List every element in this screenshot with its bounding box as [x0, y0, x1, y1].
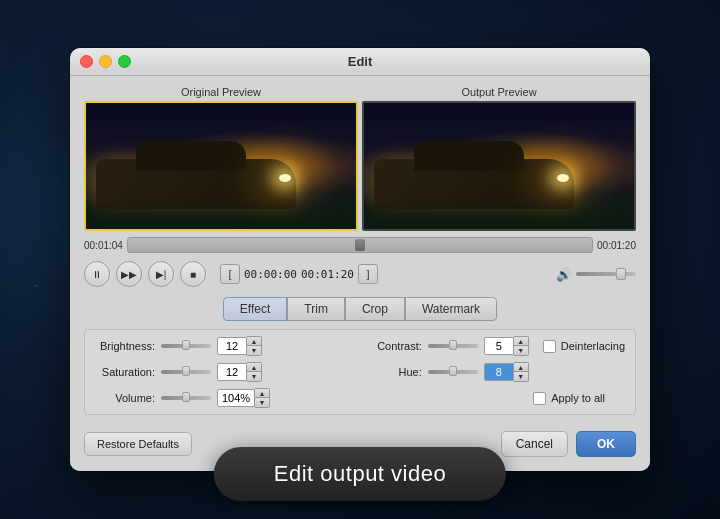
hue-down[interactable]: ▼ [514, 372, 528, 381]
tab-trim[interactable]: Trim [287, 297, 345, 321]
brightness-arrows: ▲ ▼ [247, 336, 262, 356]
pause-button[interactable]: ⏸ [84, 261, 110, 287]
hue-row: Hue: ▲ ▼ [362, 362, 625, 382]
restore-defaults-button[interactable]: Restore Defaults [84, 432, 192, 456]
volume-area: 🔊 [556, 267, 636, 282]
title-bar-buttons [80, 55, 131, 68]
bracket-left-icon: [ [228, 268, 231, 280]
output-preview-panel: Output Preview [362, 86, 636, 231]
maximize-button[interactable] [118, 55, 131, 68]
contrast-spinbox: ▲ ▼ [484, 336, 529, 356]
tab-watermark[interactable]: Watermark [405, 297, 497, 321]
bracket-right-button[interactable]: ] [358, 264, 378, 284]
contrast-arrows: ▲ ▼ [514, 336, 529, 356]
brightness-spinbox: ▲ ▼ [217, 336, 262, 356]
contrast-down[interactable]: ▼ [514, 346, 528, 355]
contrast-input[interactable] [484, 337, 514, 355]
action-buttons: Cancel OK [501, 431, 636, 457]
volume-label: Volume: [95, 392, 155, 404]
hue-slider[interactable] [428, 370, 478, 374]
volume-row: Volume: ▲ ▼ [95, 388, 352, 408]
close-button[interactable] [80, 55, 93, 68]
time-start-field: 00:00:00 [244, 268, 297, 281]
stop-icon: ■ [190, 269, 196, 280]
tab-crop-label: Crop [362, 302, 388, 316]
deinterlacing-checkbox[interactable] [543, 340, 556, 353]
contrast-deinterlacing-row: Contrast: ▲ ▼ Deinterlacing [362, 336, 625, 356]
volume-input[interactable] [217, 389, 255, 407]
edit-window: Edit Original Preview Output Preview [70, 48, 650, 471]
timeline-start: 00:01:04 [84, 240, 123, 251]
output-video [362, 101, 636, 231]
volume-thumb[interactable] [616, 268, 626, 280]
apply-all-row: Apply to all [362, 388, 625, 408]
stop-button[interactable]: ■ [180, 261, 206, 287]
saturation-up[interactable]: ▲ [247, 363, 261, 372]
tabs-row: Effect Trim Crop Watermark [84, 297, 636, 321]
timeline-bar[interactable]: 00:01:04 00:01:20 [84, 237, 636, 253]
volume-down[interactable]: ▼ [255, 398, 269, 407]
saturation-slider[interactable] [161, 370, 211, 374]
volume-arrows: ▲ ▼ [255, 388, 270, 408]
car-silhouette-2 [374, 159, 574, 209]
brightness-up[interactable]: ▲ [247, 337, 261, 346]
hue-input[interactable] [484, 363, 514, 381]
tab-crop[interactable]: Crop [345, 297, 405, 321]
output-video-content [364, 103, 634, 229]
contrast-slider[interactable] [428, 344, 478, 348]
saturation-input[interactable] [217, 363, 247, 381]
volume-up[interactable]: ▲ [255, 389, 269, 398]
brightness-input[interactable] [217, 337, 247, 355]
timeline-end: 00:01:20 [597, 240, 636, 251]
window-title: Edit [348, 54, 373, 69]
preview-area: Original Preview Output Preview [84, 86, 636, 231]
tab-effect-label: Effect [240, 302, 270, 316]
original-preview-panel: Original Preview [84, 86, 358, 231]
brightness-label: Brightness: [95, 340, 155, 352]
bracket-left-button[interactable]: [ [220, 264, 240, 284]
saturation-arrows: ▲ ▼ [247, 362, 262, 382]
tab-effect[interactable]: Effect [223, 297, 287, 321]
title-bar: Edit [70, 48, 650, 76]
time-end-field: 00:01:20 [301, 268, 354, 281]
window-content: Original Preview Output Preview [70, 76, 650, 471]
pill-text: Edit output video [274, 461, 446, 486]
volume-slider[interactable] [576, 272, 636, 276]
apply-all-checkbox-row: Apply to all [533, 392, 605, 405]
timeline-track[interactable] [127, 237, 593, 253]
skip-icon: ▶| [156, 269, 167, 280]
saturation-down[interactable]: ▼ [247, 372, 261, 381]
ok-button[interactable]: OK [576, 431, 636, 457]
volume-effect-thumb [182, 392, 190, 402]
step-forward-icon: ▶▶ [121, 269, 137, 280]
saturation-spinbox: ▲ ▼ [217, 362, 262, 382]
saturation-row: Saturation: ▲ ▼ [95, 362, 352, 382]
step-forward-button[interactable]: ▶▶ [116, 261, 142, 287]
headlight-2 [557, 174, 569, 182]
brightness-down[interactable]: ▼ [247, 346, 261, 355]
deinterlacing-label: Deinterlacing [561, 340, 625, 352]
original-preview-label: Original Preview [84, 86, 358, 98]
contrast-up[interactable]: ▲ [514, 337, 528, 346]
volume-icon: 🔊 [556, 267, 572, 282]
pause-icon: ⏸ [92, 269, 102, 280]
timeline-thumb[interactable] [355, 239, 365, 251]
minimize-button[interactable] [99, 55, 112, 68]
deinterlacing-row: Deinterlacing [543, 340, 625, 353]
apply-all-label: Apply to all [551, 392, 605, 404]
tab-trim-label: Trim [304, 302, 328, 316]
apply-all-checkbox[interactable] [533, 392, 546, 405]
settings-grid: Brightness: ▲ ▼ Contrast: [84, 329, 636, 415]
car-silhouette [96, 159, 296, 209]
cancel-button[interactable]: Cancel [501, 431, 568, 457]
original-video [84, 101, 358, 231]
volume-effect-slider[interactable] [161, 396, 211, 400]
skip-button[interactable]: ▶| [148, 261, 174, 287]
bracket-right-icon: ] [366, 268, 369, 280]
brightness-slider[interactable] [161, 344, 211, 348]
volume-spinbox: ▲ ▼ [217, 388, 270, 408]
output-preview-label: Output Preview [362, 86, 636, 98]
hue-spinbox: ▲ ▼ [484, 362, 529, 382]
time-display: [ 00:00:00 00:01:20 ] [220, 264, 378, 284]
hue-up[interactable]: ▲ [514, 363, 528, 372]
